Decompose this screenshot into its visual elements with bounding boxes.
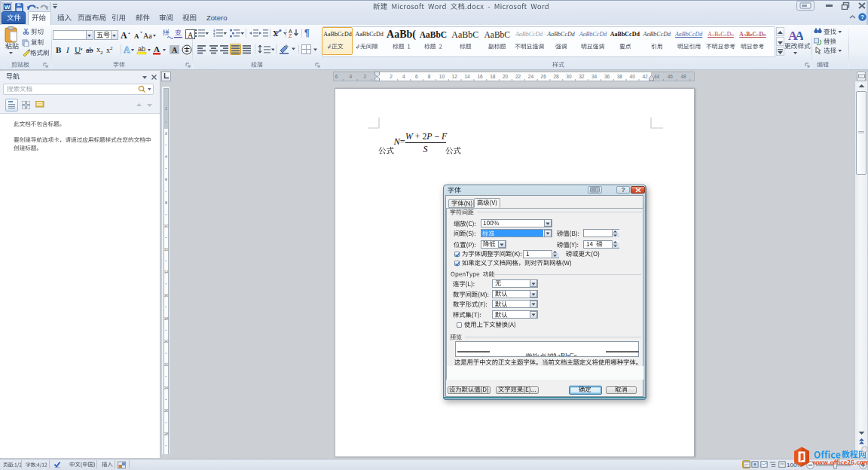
svg-text:20: 20 [503,74,509,79]
svg-text:46: 46 [668,74,674,79]
svg-text:4: 4 [402,74,405,79]
svg-text:ab: ab [86,46,93,54]
svg-text:28: 28 [553,74,559,79]
svg-text:A: A [795,29,803,42]
svg-text:A: A [154,44,160,53]
svg-text:30: 30 [566,74,572,79]
svg-text:¶: ¶ [304,28,310,38]
svg-text:6: 6 [335,74,338,79]
svg-text:26: 26 [541,74,547,79]
svg-text:10: 10 [439,74,445,79]
svg-text:12: 12 [452,74,458,79]
svg-text:10: 10 [164,224,168,228]
svg-text:X: X [273,29,279,38]
svg-text:A: A [188,31,194,39]
svg-text:20: 20 [164,339,168,343]
svg-text:ab: ab [138,45,145,53]
svg-text:16: 16 [164,293,168,298]
svg-text:A: A [121,30,127,40]
svg-text:4: 4 [164,154,167,159]
svg-text:34: 34 [591,74,598,79]
svg-text:36: 36 [604,74,610,79]
svg-text:I: I [66,45,70,54]
svg-text:2: 2 [110,45,113,51]
svg-text:40: 40 [630,74,636,79]
svg-text:18: 18 [164,316,168,321]
svg-text:?: ? [860,14,864,20]
svg-text:4: 4 [350,74,353,79]
svg-text:A: A [172,46,178,54]
svg-text:26: 26 [164,408,168,413]
svg-text:2: 2 [164,106,167,111]
svg-text:14: 14 [464,74,470,79]
svg-text:2: 2 [164,131,167,136]
svg-text:2: 2 [100,50,103,55]
svg-text:38: 38 [617,74,623,79]
svg-text:32: 32 [579,74,585,79]
svg-text:2: 2 [390,74,393,79]
svg-text:48: 48 [680,74,686,79]
svg-text:22: 22 [164,362,168,367]
svg-text:6: 6 [164,177,167,182]
svg-text:16: 16 [477,74,483,79]
svg-text:14: 14 [164,270,168,274]
svg-text:22: 22 [515,74,521,79]
svg-text:A: A [134,32,139,40]
svg-text:8: 8 [164,200,167,205]
svg-text:3: 3 [213,34,215,38]
svg-text:B: B [56,45,62,54]
svg-text:12: 12 [164,247,168,252]
svg-text:18: 18 [490,74,496,79]
svg-text:24: 24 [528,74,534,79]
svg-text:Aa: Aa [143,32,152,40]
svg-text:W: W [5,4,11,11]
svg-text:28: 28 [164,432,168,436]
svg-text:24: 24 [164,386,168,390]
svg-text:8: 8 [428,74,431,79]
svg-text:6: 6 [415,74,418,79]
svg-text:U: U [75,45,81,54]
svg-text:Z: Z [289,33,292,38]
svg-text:2: 2 [363,74,366,79]
svg-text:A: A [124,44,130,55]
